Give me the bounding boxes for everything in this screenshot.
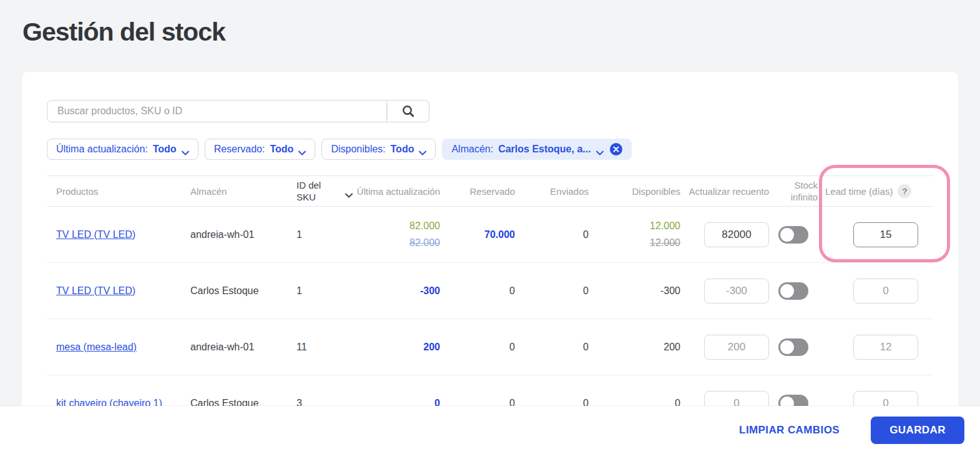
available-cell: 200 <box>664 342 680 353</box>
toggle-knob <box>780 340 794 354</box>
recount-input[interactable] <box>704 279 769 303</box>
chevron-down-icon <box>596 147 604 152</box>
clear-changes-button[interactable]: LIMPIAR CAMBIOS <box>739 424 840 437</box>
shipped-cell: 0 <box>515 229 589 240</box>
filter-label: Almacén: <box>451 144 493 155</box>
search-input[interactable] <box>47 100 387 122</box>
filter-label: Última actualización: <box>56 144 148 155</box>
filter-value: Todo <box>391 144 414 155</box>
sku-cell: 11 <box>290 342 353 353</box>
warehouse-cell: andreia-wh-01 <box>190 342 290 353</box>
warehouse-cell: andreia-wh-01 <box>190 229 290 240</box>
reserved-cell: 0 <box>509 285 515 297</box>
recount-input[interactable] <box>704 222 769 247</box>
search-icon <box>401 104 416 119</box>
remove-filter-button[interactable] <box>610 143 622 155</box>
search-bar <box>47 100 429 122</box>
filter-value: Todo <box>153 144 177 155</box>
product-link[interactable]: mesa (mesa-lead) <box>56 342 137 352</box>
reserved-cell: 0 <box>509 342 515 353</box>
footer-action-bar: LIMPIAR CAMBIOS GUARDAR <box>0 406 980 454</box>
chevron-down-icon <box>182 147 189 152</box>
warehouse-cell: Carlos Estoque <box>190 285 290 297</box>
sku-cell: 1 <box>290 285 353 297</box>
available-cell: -300 <box>660 285 680 297</box>
available-cell: 12.00012.000 <box>650 220 680 249</box>
infinite-stock-toggle[interactable] <box>778 282 808 300</box>
filter-almacen[interactable]: Almacén: Carlos Estoque, a... <box>442 139 631 160</box>
header-disponibles: Disponibles <box>589 185 680 197</box>
product-link[interactable]: TV LED (TV LED) <box>56 229 135 240</box>
toggle-knob <box>780 228 794 242</box>
chevron-down-icon <box>298 147 306 152</box>
new-value: -300 <box>660 285 680 297</box>
stock-management-page: Gestión del stock Última actualización: … <box>0 0 980 454</box>
new-value: 82.000 <box>409 220 440 232</box>
last-update-cell: 200 <box>423 342 440 353</box>
close-icon <box>613 146 619 152</box>
header-actualizar-recuento: Actualizar recuento <box>680 185 769 197</box>
filter-label: Reservado: <box>214 144 265 155</box>
header-stock-infinito: Stock infinito <box>769 179 818 203</box>
reserved-cell: 70.000 <box>484 229 515 240</box>
shipped-cell: 0 <box>515 342 589 353</box>
header-productos: Productos <box>47 185 190 197</box>
new-value: -300 <box>420 285 440 297</box>
infinite-stock-toggle[interactable] <box>778 338 808 356</box>
shipped-cell: 0 <box>515 285 589 297</box>
header-almacen: Almacén <box>190 185 290 197</box>
header-enviados: Enviados <box>515 185 589 197</box>
filter-ultima-actualizacion[interactable]: Última actualización: Todo <box>47 139 198 160</box>
table-row: mesa (mesa-lead) andreia-wh-01 11 200 0 … <box>47 319 933 375</box>
header-ultima-actualizacion: Última actualización <box>353 185 440 197</box>
new-value: 12.000 <box>650 220 680 232</box>
header-reservado: Reservado <box>440 185 515 197</box>
save-button[interactable]: GUARDAR <box>871 417 964 444</box>
filter-label: Disponibles: <box>331 144 385 155</box>
header-id-sku-label: ID del SKU <box>296 179 340 203</box>
help-icon[interactable]: ? <box>898 184 911 198</box>
filter-value: Carlos Estoque, a... <box>498 144 590 155</box>
leadtime-input[interactable] <box>853 222 918 247</box>
sort-chevron-icon <box>345 189 353 194</box>
recount-input[interactable] <box>704 335 769 360</box>
table-row: TV LED (TV LED) Carlos Estoque 1 -300 0 … <box>47 263 933 319</box>
search-button[interactable] <box>387 100 429 122</box>
filter-value: Todo <box>270 144 293 155</box>
leadtime-input[interactable] <box>853 335 918 360</box>
header-id-sku-sort[interactable]: ID del SKU <box>296 179 353 203</box>
stock-table: Productos Almacén ID del SKU Última actu… <box>47 175 933 432</box>
last-update-cell: -300 <box>420 285 440 297</box>
new-value: 200 <box>423 342 440 353</box>
old-value: 82.000 <box>409 237 440 249</box>
infinite-stock-toggle[interactable] <box>778 226 808 244</box>
page-title: Gestión del stock <box>22 17 225 47</box>
old-value: 12.000 <box>650 237 680 249</box>
last-update-cell: 82.00082.000 <box>409 220 440 249</box>
header-lead-time: Lead time (días) <box>825 185 893 197</box>
filter-reservado[interactable]: Reservado: Todo <box>205 139 316 160</box>
toggle-knob <box>780 284 794 298</box>
chevron-down-icon <box>419 147 426 152</box>
sku-cell: 1 <box>290 229 353 240</box>
table-header: Productos Almacén ID del SKU Última actu… <box>47 176 933 207</box>
table-row: TV LED (TV LED) andreia-wh-01 1 82.00082… <box>47 207 933 263</box>
new-value: 200 <box>664 342 680 353</box>
stock-card: Última actualización: Todo Reservado: To… <box>22 72 958 447</box>
filter-bar: Última actualización: Todo Reservado: To… <box>47 139 933 160</box>
product-link[interactable]: TV LED (TV LED) <box>56 285 135 296</box>
filter-disponibles[interactable]: Disponibles: Todo <box>321 139 436 160</box>
leadtime-input[interactable] <box>853 279 918 303</box>
